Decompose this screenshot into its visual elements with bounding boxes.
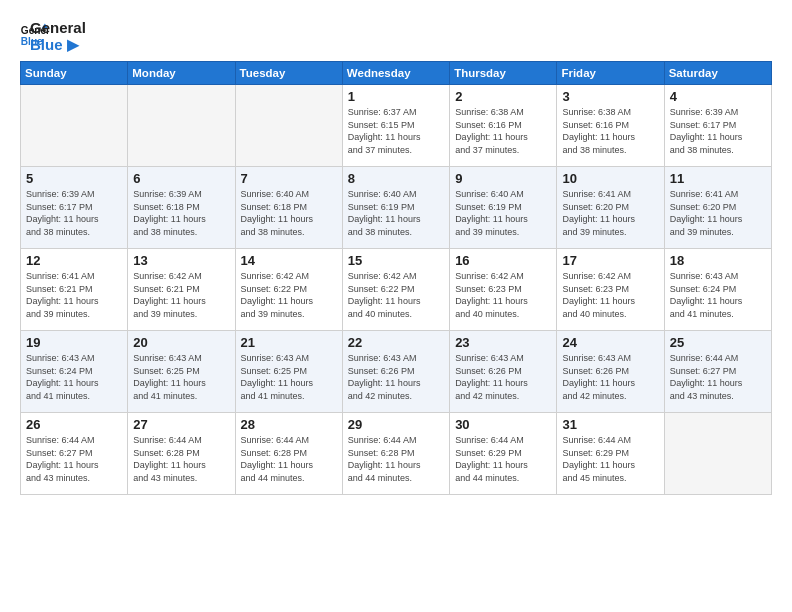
- day-info: Sunrise: 6:42 AMSunset: 6:23 PMDaylight:…: [455, 270, 551, 320]
- day-info: Sunrise: 6:43 AMSunset: 6:24 PMDaylight:…: [670, 270, 766, 320]
- day-info: Sunrise: 6:44 AMSunset: 6:28 PMDaylight:…: [348, 434, 444, 484]
- calendar-cell: [235, 85, 342, 167]
- day-info: Sunrise: 6:41 AMSunset: 6:20 PMDaylight:…: [562, 188, 658, 238]
- day-number: 10: [562, 171, 658, 186]
- day-info: Sunrise: 6:44 AMSunset: 6:29 PMDaylight:…: [562, 434, 658, 484]
- day-number: 13: [133, 253, 229, 268]
- day-number: 11: [670, 171, 766, 186]
- calendar-cell: 31Sunrise: 6:44 AMSunset: 6:29 PMDayligh…: [557, 413, 664, 495]
- calendar-cell: 20Sunrise: 6:43 AMSunset: 6:25 PMDayligh…: [128, 331, 235, 413]
- calendar-week-row: 26Sunrise: 6:44 AMSunset: 6:27 PMDayligh…: [21, 413, 772, 495]
- calendar-cell: 24Sunrise: 6:43 AMSunset: 6:26 PMDayligh…: [557, 331, 664, 413]
- day-number: 30: [455, 417, 551, 432]
- day-number: 14: [241, 253, 337, 268]
- calendar-cell: 3Sunrise: 6:38 AMSunset: 6:16 PMDaylight…: [557, 85, 664, 167]
- day-info: Sunrise: 6:39 AMSunset: 6:17 PMDaylight:…: [670, 106, 766, 156]
- calendar-cell: 14Sunrise: 6:42 AMSunset: 6:22 PMDayligh…: [235, 249, 342, 331]
- page: General Blue General Blue ▶ SundayMonday…: [0, 0, 792, 612]
- day-info: Sunrise: 6:37 AMSunset: 6:15 PMDaylight:…: [348, 106, 444, 156]
- calendar-week-row: 12Sunrise: 6:41 AMSunset: 6:21 PMDayligh…: [21, 249, 772, 331]
- day-info: Sunrise: 6:42 AMSunset: 6:23 PMDaylight:…: [562, 270, 658, 320]
- calendar-cell: 28Sunrise: 6:44 AMSunset: 6:28 PMDayligh…: [235, 413, 342, 495]
- day-number: 24: [562, 335, 658, 350]
- calendar-cell: 13Sunrise: 6:42 AMSunset: 6:21 PMDayligh…: [128, 249, 235, 331]
- calendar-week-row: 1Sunrise: 6:37 AMSunset: 6:15 PMDaylight…: [21, 85, 772, 167]
- weekday-header-row: SundayMondayTuesdayWednesdayThursdayFrid…: [21, 62, 772, 85]
- day-number: 2: [455, 89, 551, 104]
- day-number: 20: [133, 335, 229, 350]
- day-number: 17: [562, 253, 658, 268]
- calendar-cell: 11Sunrise: 6:41 AMSunset: 6:20 PMDayligh…: [664, 167, 771, 249]
- calendar-cell: 25Sunrise: 6:44 AMSunset: 6:27 PMDayligh…: [664, 331, 771, 413]
- weekday-header-thursday: Thursday: [450, 62, 557, 85]
- day-number: 15: [348, 253, 444, 268]
- day-number: 3: [562, 89, 658, 104]
- day-number: 18: [670, 253, 766, 268]
- day-info: Sunrise: 6:43 AMSunset: 6:24 PMDaylight:…: [26, 352, 122, 402]
- day-number: 23: [455, 335, 551, 350]
- day-number: 28: [241, 417, 337, 432]
- day-number: 16: [455, 253, 551, 268]
- calendar-cell: 9Sunrise: 6:40 AMSunset: 6:19 PMDaylight…: [450, 167, 557, 249]
- day-number: 7: [241, 171, 337, 186]
- day-info: Sunrise: 6:39 AMSunset: 6:17 PMDaylight:…: [26, 188, 122, 238]
- day-info: Sunrise: 6:43 AMSunset: 6:25 PMDaylight:…: [133, 352, 229, 402]
- calendar-week-row: 19Sunrise: 6:43 AMSunset: 6:24 PMDayligh…: [21, 331, 772, 413]
- day-info: Sunrise: 6:43 AMSunset: 6:25 PMDaylight:…: [241, 352, 337, 402]
- calendar-cell: 30Sunrise: 6:44 AMSunset: 6:29 PMDayligh…: [450, 413, 557, 495]
- day-number: 25: [670, 335, 766, 350]
- day-info: Sunrise: 6:41 AMSunset: 6:20 PMDaylight:…: [670, 188, 766, 238]
- day-number: 4: [670, 89, 766, 104]
- calendar-cell: 8Sunrise: 6:40 AMSunset: 6:19 PMDaylight…: [342, 167, 449, 249]
- day-info: Sunrise: 6:40 AMSunset: 6:19 PMDaylight:…: [455, 188, 551, 238]
- calendar-cell: 1Sunrise: 6:37 AMSunset: 6:15 PMDaylight…: [342, 85, 449, 167]
- calendar-cell: 2Sunrise: 6:38 AMSunset: 6:16 PMDaylight…: [450, 85, 557, 167]
- day-number: 12: [26, 253, 122, 268]
- day-info: Sunrise: 6:38 AMSunset: 6:16 PMDaylight:…: [562, 106, 658, 156]
- day-info: Sunrise: 6:42 AMSunset: 6:22 PMDaylight:…: [241, 270, 337, 320]
- calendar-cell: [128, 85, 235, 167]
- weekday-header-monday: Monday: [128, 62, 235, 85]
- weekday-header-tuesday: Tuesday: [235, 62, 342, 85]
- day-info: Sunrise: 6:44 AMSunset: 6:29 PMDaylight:…: [455, 434, 551, 484]
- day-info: Sunrise: 6:42 AMSunset: 6:22 PMDaylight:…: [348, 270, 444, 320]
- calendar-cell: 21Sunrise: 6:43 AMSunset: 6:25 PMDayligh…: [235, 331, 342, 413]
- calendar-cell: 4Sunrise: 6:39 AMSunset: 6:17 PMDaylight…: [664, 85, 771, 167]
- calendar-cell: 18Sunrise: 6:43 AMSunset: 6:24 PMDayligh…: [664, 249, 771, 331]
- logo-blue: Blue ▶: [30, 37, 86, 54]
- weekday-header-friday: Friday: [557, 62, 664, 85]
- day-number: 6: [133, 171, 229, 186]
- calendar-cell: 23Sunrise: 6:43 AMSunset: 6:26 PMDayligh…: [450, 331, 557, 413]
- calendar: SundayMondayTuesdayWednesdayThursdayFrid…: [20, 61, 772, 495]
- day-info: Sunrise: 6:43 AMSunset: 6:26 PMDaylight:…: [562, 352, 658, 402]
- day-number: 9: [455, 171, 551, 186]
- calendar-cell: 6Sunrise: 6:39 AMSunset: 6:18 PMDaylight…: [128, 167, 235, 249]
- day-number: 21: [241, 335, 337, 350]
- calendar-cell: 22Sunrise: 6:43 AMSunset: 6:26 PMDayligh…: [342, 331, 449, 413]
- calendar-cell: [21, 85, 128, 167]
- day-info: Sunrise: 6:38 AMSunset: 6:16 PMDaylight:…: [455, 106, 551, 156]
- day-info: Sunrise: 6:40 AMSunset: 6:18 PMDaylight:…: [241, 188, 337, 238]
- calendar-cell: 7Sunrise: 6:40 AMSunset: 6:18 PMDaylight…: [235, 167, 342, 249]
- day-number: 27: [133, 417, 229, 432]
- day-info: Sunrise: 6:44 AMSunset: 6:27 PMDaylight:…: [670, 352, 766, 402]
- calendar-cell: 16Sunrise: 6:42 AMSunset: 6:23 PMDayligh…: [450, 249, 557, 331]
- day-info: Sunrise: 6:43 AMSunset: 6:26 PMDaylight:…: [348, 352, 444, 402]
- calendar-cell: 29Sunrise: 6:44 AMSunset: 6:28 PMDayligh…: [342, 413, 449, 495]
- weekday-header-sunday: Sunday: [21, 62, 128, 85]
- calendar-cell: 17Sunrise: 6:42 AMSunset: 6:23 PMDayligh…: [557, 249, 664, 331]
- day-info: Sunrise: 6:41 AMSunset: 6:21 PMDaylight:…: [26, 270, 122, 320]
- day-info: Sunrise: 6:44 AMSunset: 6:28 PMDaylight:…: [133, 434, 229, 484]
- day-number: 22: [348, 335, 444, 350]
- calendar-cell: 27Sunrise: 6:44 AMSunset: 6:28 PMDayligh…: [128, 413, 235, 495]
- logo: General Blue General Blue ▶: [20, 18, 86, 53]
- day-info: Sunrise: 6:43 AMSunset: 6:26 PMDaylight:…: [455, 352, 551, 402]
- calendar-cell: [664, 413, 771, 495]
- day-number: 31: [562, 417, 658, 432]
- calendar-cell: 12Sunrise: 6:41 AMSunset: 6:21 PMDayligh…: [21, 249, 128, 331]
- logo-general: General: [30, 20, 86, 37]
- calendar-cell: 10Sunrise: 6:41 AMSunset: 6:20 PMDayligh…: [557, 167, 664, 249]
- day-info: Sunrise: 6:44 AMSunset: 6:28 PMDaylight:…: [241, 434, 337, 484]
- header: General Blue General Blue ▶: [20, 18, 772, 53]
- calendar-cell: 19Sunrise: 6:43 AMSunset: 6:24 PMDayligh…: [21, 331, 128, 413]
